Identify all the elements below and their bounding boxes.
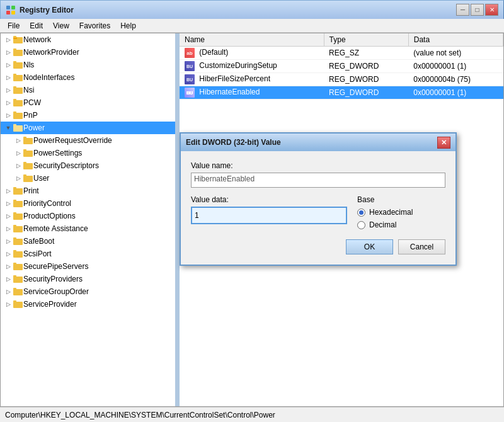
folder-icon-networkprovider bbox=[13, 48, 23, 57]
tree-item-networkprovider[interactable]: ▷ NetworkProvider bbox=[1, 46, 175, 59]
table-row[interactable]: ab (Default) REG_SZ (value not set) bbox=[180, 47, 503, 60]
menu-view[interactable]: View bbox=[48, 20, 74, 31]
tree-item-prioritycontrol[interactable]: ▷ PriorityControl bbox=[1, 197, 175, 210]
dialog-bottom-section: Value data: Base Hexadecimal bbox=[191, 195, 445, 229]
svg-rect-22 bbox=[23, 137, 26, 139]
expander-power: ▼ bbox=[3, 123, 13, 133]
expander-safeboot: ▷ bbox=[3, 236, 13, 246]
expander-print: ▷ bbox=[3, 186, 13, 196]
tree-item-user[interactable]: ▷ User bbox=[1, 172, 175, 185]
tree-item-securepipeservers[interactable]: ▷ SecurePipeServers bbox=[1, 260, 175, 273]
col-data[interactable]: Data bbox=[408, 33, 503, 47]
tree-label-productoptions: ProductOptions bbox=[23, 212, 76, 220]
tree-label-securitydescriptors: SecurityDescriptors bbox=[33, 161, 99, 170]
cancel-button[interactable]: Cancel bbox=[398, 239, 445, 254]
value-name-cell: BU CustomizeDuringSetup bbox=[180, 60, 324, 73]
minimize-button[interactable]: ─ bbox=[456, 4, 469, 16]
svg-rect-36 bbox=[13, 225, 16, 227]
col-name[interactable]: Name bbox=[180, 33, 324, 47]
dialog-body: Value name: HibernateEnabled Value data:… bbox=[181, 151, 455, 265]
tree-item-nls[interactable]: ▷ Nls bbox=[1, 59, 175, 71]
value-name-cell: ab (Default) bbox=[180, 47, 324, 60]
tree-item-serviceprovider[interactable]: ▷ ServiceProvider bbox=[1, 298, 175, 311]
maximize-button[interactable]: □ bbox=[471, 4, 484, 16]
menu-help[interactable]: Help bbox=[115, 20, 141, 31]
close-button[interactable]: ✕ bbox=[485, 4, 498, 16]
svg-rect-37 bbox=[13, 239, 23, 245]
tree-label-scsiport: ScsiPort bbox=[23, 249, 52, 258]
radio-dot-hex bbox=[359, 210, 364, 215]
folder-icon-nsi bbox=[13, 86, 23, 94]
tree-item-power[interactable]: ▼ Power bbox=[1, 122, 175, 134]
expander-network: ▷ bbox=[3, 35, 13, 45]
table-row[interactable]: BU HiberFileSizePercent REG_DWORD 0x0000… bbox=[180, 73, 503, 86]
edit-dword-dialog[interactable]: Edit DWORD (32-bit) Value ✕ Value name: … bbox=[180, 132, 457, 266]
table-row-selected[interactable]: BU HibernateEnabled REG_DWORD 0x00000001… bbox=[180, 86, 503, 100]
col-type[interactable]: Type bbox=[324, 33, 408, 47]
expander-remoteassistance: ▷ bbox=[3, 224, 13, 234]
folder-icon-user bbox=[23, 174, 33, 183]
tree-item-scsiport[interactable]: ▷ ScsiPort bbox=[1, 248, 175, 260]
tree-item-nsi[interactable]: ▷ Nsi bbox=[1, 84, 175, 96]
dialog-close-button[interactable]: ✕ bbox=[437, 137, 450, 149]
tree-label-user: User bbox=[33, 174, 49, 183]
value-name-cell: BU HiberFileSizePercent bbox=[180, 73, 324, 86]
dialog-title-bar: Edit DWORD (32-bit) Value ✕ bbox=[181, 134, 455, 151]
tree-label-nls: Nls bbox=[23, 60, 34, 69]
menu-edit[interactable]: Edit bbox=[25, 20, 48, 31]
tree-label-securepipeservers: SecurePipeServers bbox=[23, 262, 88, 271]
tree-item-securitydescriptors[interactable]: ▷ SecurityDescriptors bbox=[1, 159, 175, 172]
tree-item-network[interactable]: ▷ Network bbox=[1, 33, 175, 46]
tree-item-nodeinterfaces[interactable]: ▷ NodeInterfaces bbox=[1, 71, 175, 84]
svg-rect-17 bbox=[13, 113, 23, 119]
value-data-cell: 0x00000001 (1) bbox=[408, 86, 503, 100]
ok-button[interactable]: OK bbox=[346, 239, 393, 254]
radio-hexadecimal[interactable]: Hexadecimal bbox=[357, 208, 445, 217]
tree-item-safeboot[interactable]: ▷ SafeBoot bbox=[1, 235, 175, 248]
expander-powerrequestoverride: ▷ bbox=[13, 135, 23, 145]
folder-icon-securitydescriptors bbox=[23, 161, 33, 170]
tree-item-servicegrouporder[interactable]: ▷ ServiceGroupOrder bbox=[1, 285, 175, 298]
menu-favorites[interactable]: Favorites bbox=[74, 20, 115, 31]
tree-item-remoteassistance[interactable]: ▷ Remote Assistance bbox=[1, 222, 175, 235]
tree-item-powerrequestoverride[interactable]: ▷ PowerRequestOverride bbox=[1, 134, 175, 147]
radio-decimal[interactable]: Decimal bbox=[357, 220, 445, 229]
tree-item-pnp[interactable]: ▷ PnP bbox=[1, 109, 175, 122]
radio-circle-hex bbox=[357, 208, 365, 217]
tree-pane[interactable]: ▷ Network ▷ NetworkProvider ▷ bbox=[1, 33, 177, 406]
menu-file[interactable]: File bbox=[3, 20, 25, 31]
tree-item-powersettings[interactable]: ▷ PowerSettings bbox=[1, 147, 175, 159]
tree-item-securityproviders[interactable]: ▷ SecurityProviders bbox=[1, 273, 175, 285]
svg-rect-3 bbox=[11, 11, 15, 14]
svg-rect-9 bbox=[13, 62, 23, 69]
tree-item-print[interactable]: ▷ Print bbox=[1, 185, 175, 197]
folder-icon-nodeinterfaces bbox=[13, 73, 23, 82]
table-row[interactable]: BU CustomizeDuringSetup REG_DWORD 0x0000… bbox=[180, 60, 503, 73]
expander-securepipeservers: ▷ bbox=[3, 261, 13, 271]
expander-nsi: ▷ bbox=[3, 85, 13, 95]
svg-rect-19 bbox=[13, 125, 23, 132]
value-data-section: Value data: bbox=[191, 195, 347, 229]
value-type-icon-dword: BU bbox=[185, 74, 195, 84]
folder-icon-pcw bbox=[13, 98, 23, 107]
tree-label-powerrequestoverride: PowerRequestOverride bbox=[33, 136, 112, 145]
folder-icon-serviceprovider bbox=[13, 300, 23, 309]
tree-item-productoptions[interactable]: ▷ ProductOptions bbox=[1, 210, 175, 222]
tree-label-nodeinterfaces: NodeInterfaces bbox=[23, 73, 74, 82]
folder-icon-scsiport bbox=[13, 249, 23, 258]
tree-item-pcw[interactable]: ▷ PCW bbox=[1, 96, 175, 109]
svg-rect-24 bbox=[23, 149, 26, 151]
expander-scsiport: ▷ bbox=[3, 249, 13, 259]
value-data-input[interactable] bbox=[191, 207, 347, 224]
value-type-cell: REG_DWORD bbox=[324, 86, 408, 100]
radio-label-dec: Decimal bbox=[369, 220, 396, 229]
folder-icon-print bbox=[13, 186, 23, 195]
svg-rect-16 bbox=[13, 99, 16, 101]
tree-label-securityproviders: SecurityProviders bbox=[23, 275, 83, 283]
value-data-cell: 0x00000001 (1) bbox=[408, 60, 503, 73]
folder-icon-productoptions bbox=[13, 212, 23, 220]
app-icon bbox=[6, 5, 16, 15]
folder-icon-servicegrouporder bbox=[13, 287, 23, 296]
folder-icon-safeboot bbox=[13, 237, 23, 246]
svg-rect-41 bbox=[13, 264, 23, 270]
